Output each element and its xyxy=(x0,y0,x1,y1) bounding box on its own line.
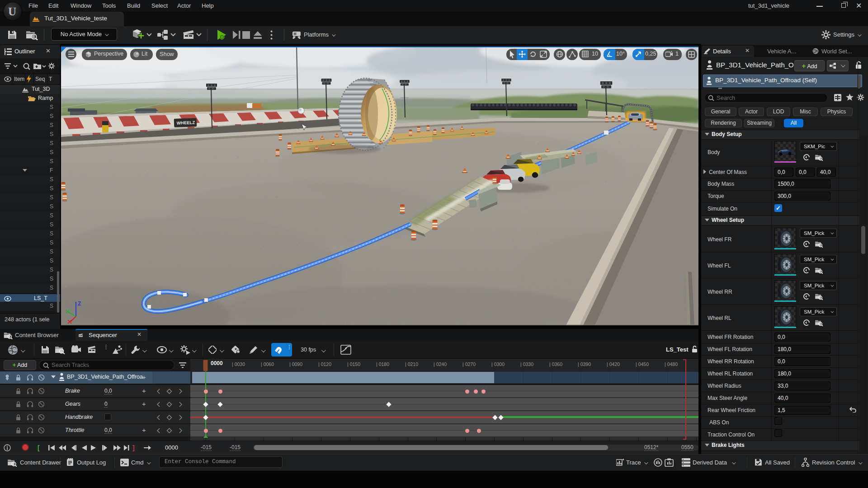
svg-text:WHEELZ: WHEELZ xyxy=(177,120,195,125)
svg-text:Z: Z xyxy=(78,300,81,307)
